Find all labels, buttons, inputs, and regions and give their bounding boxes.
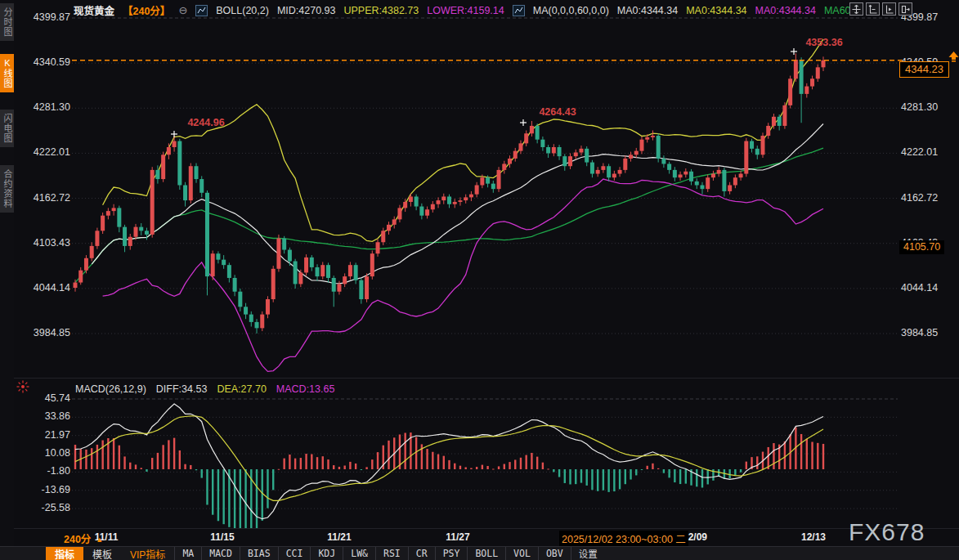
date-tick-label: 11/27 [436, 531, 480, 543]
watermark: FX678 [849, 518, 925, 546]
macd-tick-label: 33.86 [16, 410, 70, 422]
export-chart-icon[interactable] [899, 2, 912, 16]
price-tick-label: 4044.14 [16, 282, 70, 293]
chart-canvas[interactable] [0, 0, 959, 560]
period-badge: 【240分】 [123, 2, 170, 18]
settings-button[interactable]: 设置 [571, 547, 605, 560]
macd-dea-value: DEA:27.70 [217, 383, 266, 395]
macd-tick-label: 10.08 [16, 447, 70, 459]
high-price-annotation: 4264.43 [539, 106, 576, 118]
symbol-name: 现货黄金 [74, 2, 114, 18]
indicator-button-BIAS[interactable]: BIAS [240, 547, 278, 560]
price-tick-label: 4103.43 [16, 237, 70, 249]
date-tick-label: 11/15 [200, 531, 244, 543]
toolbar-tab-VIP指标[interactable]: VIP指标 [121, 547, 174, 560]
macd-diff-value: DIFF:34.53 [156, 383, 208, 395]
sidebar-tab-合约资料[interactable]: 合约资料 [0, 165, 14, 213]
indicator-button-CCI[interactable]: CCI [278, 547, 311, 560]
indicator-button-BOLL[interactable]: BOLL [467, 547, 505, 560]
boll-indicator-chip-icon[interactable] [195, 5, 208, 16]
candle-tooltip: 2025/12/02 23:00~03:00 二 [559, 531, 688, 547]
macd-header: MACD(26,12,9) DIFF:34.53 DEA:27.70 MACD:… [75, 383, 334, 395]
chevron-up-icon: ▲ [96, 535, 103, 544]
indicator-button-CR[interactable]: CR [408, 547, 435, 560]
indicator-button-RSI[interactable]: RSI [375, 547, 408, 560]
ma0-white-value: MA0:4344.34 [617, 5, 678, 16]
price-tick-label: 4281.30 [901, 101, 938, 113]
high-price-annotation: 4244.96 [187, 117, 224, 128]
y-axis-scale-icon[interactable] [866, 2, 880, 16]
reference-price-tag: 4105.70 [899, 240, 944, 254]
bottom-toolbar: 指标模板VIP指标MAMACDBIASCCIKDJLW&RSICRPSYBOLL… [0, 546, 959, 560]
macd-tick-label: -13.69 [16, 484, 70, 495]
macd-tick-label: -1.80 [16, 465, 70, 477]
price-tick-label: 4340.59 [16, 56, 70, 68]
indicator-button-OBV[interactable]: OBV [538, 547, 571, 560]
sidebar-tab-分时图[interactable]: 分时图 [0, 3, 14, 41]
chart-tool-icons [849, 2, 912, 16]
sidebar: 分时图K线图闪电图合约资料 [0, 0, 14, 560]
indicator-button-MA[interactable]: MA [174, 547, 201, 560]
crosshair-move-icon[interactable] [849, 2, 863, 16]
price-tick-label: 3984.85 [16, 327, 70, 338]
trading-chart-app: 分时图K线图闪电图合约资料 现货黄金 【240分】 ⊖ BOLL(20,2) M… [0, 0, 959, 560]
price-tick-label: 4162.72 [16, 192, 70, 204]
price-tick-label: 3984.85 [901, 327, 938, 338]
indicator-button-LW&[interactable]: LW& [343, 547, 375, 560]
indicator-button-VOL[interactable]: VOL [505, 547, 538, 560]
price-tick-label: 4222.01 [16, 146, 70, 158]
price-tick-label: 4222.01 [901, 146, 938, 158]
date-tick-label: 11/21 [317, 531, 361, 543]
period-selector[interactable]: 240分▲ [64, 531, 103, 546]
toolbar-tab-模板[interactable]: 模板 [83, 547, 121, 560]
ma-indicator-chip-icon[interactable] [513, 5, 525, 16]
price-tick-label: 4162.72 [901, 192, 938, 204]
indicator-button-MACD[interactable]: MACD [201, 547, 240, 560]
zoom-out-icon[interactable]: ⊖ [178, 5, 187, 16]
macd-params-label: MACD(26,12,9) [75, 383, 146, 395]
boll-upper-value: UPPER:4382.73 [343, 5, 419, 16]
indicator-button-PSY[interactable]: PSY [435, 547, 468, 560]
sidebar-tab-闪电图[interactable]: 闪电图 [0, 110, 14, 147]
indicator-button-KDJ[interactable]: KDJ [310, 547, 343, 560]
toolbar-tab-指标[interactable]: 指标 [46, 547, 83, 560]
date-tick-label: 12/13 [791, 531, 836, 543]
macd-bar-value: MACD:13.65 [276, 383, 335, 395]
macd-settings-icon[interactable] [16, 380, 29, 396]
boll-lower-value: LOWER:4159.14 [427, 5, 504, 16]
auto-scale-icon[interactable] [882, 2, 896, 16]
price-up-arrow-icon [948, 51, 959, 65]
ma-label: MA(0,0,0,60,0,0) [533, 5, 609, 16]
current-price-tag: 4344.23 [899, 61, 949, 78]
macd-tick-label: 21.97 [16, 429, 70, 441]
macd-tick-label: -25.58 [16, 502, 70, 513]
ma0-magenta-value: MA0:4344.34 [755, 5, 816, 16]
sidebar-tab-K线图[interactable]: K线图 [0, 54, 14, 92]
price-tick-label: 4044.14 [901, 282, 938, 293]
price-tick-label: 4399.87 [16, 11, 70, 23]
high-price-annotation: 4353.36 [805, 37, 842, 48]
chart-header: 现货黄金 【240分】 ⊖ BOLL(20,2) MID:4270.93 UPP… [74, 2, 859, 18]
boll-label: BOLL(20,2) [216, 5, 269, 16]
ma0-yellow-value: MA0:4344.34 [686, 5, 746, 16]
price-tick-label: 4281.30 [16, 101, 70, 113]
boll-mid-value: MID:4270.93 [277, 5, 336, 16]
